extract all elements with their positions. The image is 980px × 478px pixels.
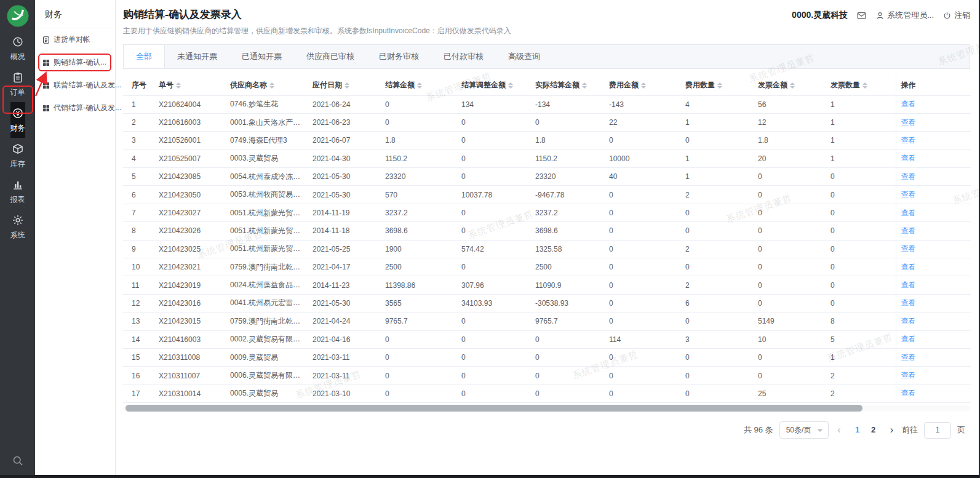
view-link[interactable]: 查看 (901, 154, 916, 162)
rail-item-6[interactable]: 系统 (10, 209, 25, 245)
tab-item-1[interactable]: 全部 (124, 45, 165, 68)
view-link[interactable]: 查看 (901, 209, 916, 217)
column-header-8[interactable]: 费用金额 (604, 75, 680, 95)
prev-page-button[interactable]: ‹ (835, 424, 843, 436)
rail-item-5[interactable]: 报表 (10, 173, 25, 209)
table-cell: 0 (680, 367, 753, 384)
table-cell-action: 查看 (896, 204, 971, 221)
view-link[interactable]: 查看 (901, 263, 916, 271)
table-cell: 2021-04-17 (308, 258, 380, 276)
sort-carets-icon[interactable] (269, 82, 274, 89)
sort-carets-icon[interactable] (717, 82, 722, 89)
table-cell: 0002.灵葳贸易有限公... (225, 330, 308, 348)
table-cell: 0 (380, 348, 456, 366)
table-cell: 3698.6 (380, 222, 456, 240)
table-cell: 0 (604, 294, 680, 312)
sort-carets-icon[interactable] (641, 82, 646, 89)
table-cell-action: 查看 (896, 367, 971, 384)
rail-item-1[interactable]: 概况 (10, 31, 25, 66)
table-cell: 23320 (380, 168, 456, 186)
goto-page-input[interactable] (924, 422, 951, 439)
column-header-11[interactable]: 发票数量 (826, 75, 896, 95)
view-link[interactable]: 查看 (901, 389, 916, 397)
sidebar-menu-item-2[interactable]: 购销结算-确认... (35, 51, 115, 74)
tab-item-2[interactable]: 未通知开票 (165, 45, 229, 68)
sort-carets-icon[interactable] (417, 82, 422, 89)
sort-carets-icon[interactable] (176, 82, 181, 89)
user-menu[interactable]: 系统管理员... (875, 10, 934, 21)
column-header-10[interactable]: 发票金额 (753, 75, 826, 95)
table-cell: 0 (530, 367, 604, 384)
sort-carets-icon[interactable] (862, 82, 867, 89)
table-row: 1X2106240040746.妙笔生花2021-06-240134-134-1… (123, 95, 971, 113)
rail-item-label: 订单 (10, 87, 25, 98)
rail-item-2[interactable]: 订单 (10, 66, 25, 102)
table-cell: 0 (753, 367, 826, 384)
view-link[interactable]: 查看 (901, 298, 916, 307)
header-user-area: 0000.灵葳科技 系统管理员... 注销 (792, 10, 970, 21)
view-link[interactable]: 查看 (901, 172, 916, 181)
table-row: 12X2104230160041.杭州易元宏雷贸...2021-05-30356… (123, 294, 971, 312)
table-cell: 2014-11-23 (308, 276, 380, 294)
table-cell: 114 (604, 330, 680, 348)
table-cell: 4 (123, 149, 154, 167)
table-cell: 17 (123, 384, 154, 402)
table-cell: 0 (604, 313, 680, 330)
table-cell: 1 (826, 113, 896, 131)
rail-item-label: 系统 (10, 230, 25, 241)
view-link[interactable]: 查看 (901, 244, 916, 253)
sort-carets-icon[interactable] (508, 82, 513, 89)
scrollbar-thumb[interactable] (125, 405, 862, 412)
tab-item-6[interactable]: 已付款审核 (431, 45, 496, 68)
view-link[interactable]: 查看 (901, 335, 916, 343)
column-header-6[interactable]: 结算调整金额 (456, 75, 530, 95)
column-header-9[interactable]: 费用数量 (680, 75, 753, 95)
column-header-3[interactable]: 供应商名称 (225, 75, 308, 95)
sidebar-menu-item-3[interactable]: 联营结算-确认及发... (35, 74, 115, 97)
rail-item-label: 财务 (10, 123, 25, 133)
column-header-4[interactable]: 应付日期 (308, 75, 380, 95)
table-cell: 0 (680, 258, 753, 276)
sidebar-menu-item-4[interactable]: 代销结算-确认及发... (35, 97, 115, 119)
view-link[interactable]: 查看 (901, 353, 916, 362)
column-header-5[interactable]: 结算金额 (380, 75, 456, 95)
view-link[interactable]: 查看 (901, 226, 916, 235)
page-number-1[interactable]: 1 (850, 421, 866, 439)
next-page-button[interactable]: › (888, 424, 896, 436)
tab-item-3[interactable]: 已通知开票 (229, 45, 294, 68)
brand-logo-icon[interactable] (6, 4, 30, 28)
page-size-select[interactable]: 50条/页 (779, 421, 829, 439)
table-cell: X210423085 (154, 168, 225, 186)
view-link[interactable]: 查看 (901, 281, 916, 289)
view-link[interactable]: 查看 (901, 100, 916, 108)
view-link[interactable]: 查看 (901, 136, 916, 145)
rail-item-4[interactable]: 库存 (10, 138, 25, 173)
page-number-2[interactable]: 2 (866, 421, 882, 439)
table-row: 11X2104230190024.杭州藻益食品有...2014-11-23113… (123, 276, 971, 294)
mail-icon[interactable] (856, 10, 867, 21)
sort-carets-icon[interactable] (790, 82, 795, 89)
column-header-7[interactable]: 实际结算金额 (530, 75, 604, 95)
rail-item-3[interactable]: 财务 (10, 102, 25, 138)
tab-item-5[interactable]: 已财务审核 (367, 45, 431, 68)
tab-item-4[interactable]: 供应商已审核 (294, 45, 367, 68)
table-cell: 0 (753, 258, 826, 276)
view-link[interactable]: 查看 (901, 371, 916, 380)
view-link[interactable]: 查看 (901, 190, 916, 199)
table-cell: 15 (123, 348, 154, 366)
logout-button[interactable]: 注销 (942, 10, 970, 21)
table-cell: 0 (826, 276, 896, 294)
view-link[interactable]: 查看 (901, 118, 916, 127)
sort-carets-icon[interactable] (345, 82, 349, 89)
table-cell: 4 (680, 95, 753, 113)
table-row: 17X2103100140005.灵葳贸易2021-03-1000000252查… (123, 384, 971, 402)
table-cell: 0003.灵葳贸易 (225, 149, 308, 167)
column-header-2[interactable]: 单号 (154, 75, 225, 95)
view-link[interactable]: 查看 (901, 317, 916, 325)
table-cell: 1 (680, 168, 753, 186)
search-icon[interactable] (0, 455, 35, 469)
sort-carets-icon[interactable] (582, 82, 587, 89)
sidebar-menu-item-1[interactable]: 进货单对帐 (35, 28, 115, 51)
tab-item-7[interactable]: 高级查询 (496, 45, 552, 68)
table-cell: 0 (456, 330, 530, 348)
